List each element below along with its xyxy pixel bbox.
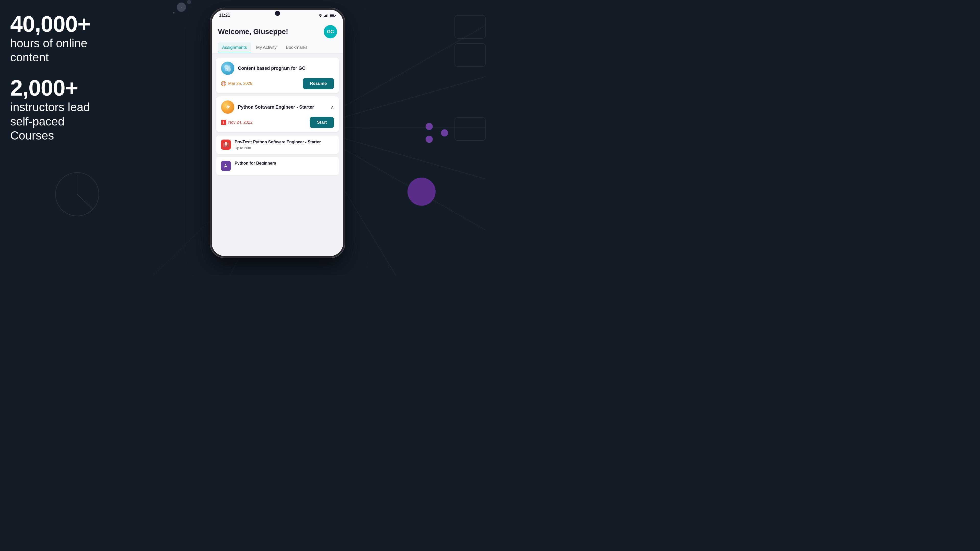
stat1-number: 40,000+ — [10, 13, 153, 35]
svg-point-9 — [181, 7, 182, 8]
phone-screen: 11:21 — [212, 10, 343, 256]
sub-item-pretest: Pre-Test: Python Software Engineer - Sta… — [216, 135, 339, 154]
card1-date: ⏰ Mar 25, 2025 — [221, 81, 252, 86]
app-header: Welcome, Giuseppe! GC — [212, 20, 343, 42]
svg-rect-28 — [335, 15, 336, 16]
card2-date: ! Nov 24, 2022 — [221, 120, 252, 125]
card1-footer: ⏰ Mar 25, 2025 Resume — [221, 78, 334, 89]
sub-item-2-title: Python for Beginners — [234, 161, 276, 166]
camera-notch — [275, 11, 280, 16]
svg-point-8 — [173, 12, 175, 14]
warning-icon: ! — [221, 120, 226, 125]
welcome-greeting: Welcome, Giuseppe! — [218, 28, 288, 36]
avatar-initials: GC — [327, 29, 334, 35]
stat1-desc: hours of onlinecontent — [10, 36, 153, 64]
svg-rect-25 — [327, 14, 328, 17]
svg-point-15 — [426, 136, 433, 143]
battery-icon — [330, 14, 336, 17]
svg-rect-27 — [330, 14, 334, 16]
svg-rect-24 — [326, 14, 327, 17]
tab-assignments[interactable]: Assignments — [218, 42, 251, 53]
assignment-card-2: Python Software Engineer - Starter ∧ ! N… — [216, 96, 339, 132]
svg-rect-20 — [455, 43, 485, 67]
svg-rect-21 — [455, 118, 485, 140]
svg-point-32 — [227, 67, 231, 72]
chevron-up-icon[interactable]: ∧ — [331, 104, 334, 110]
status-icons — [318, 14, 336, 17]
phone-device: 11:21 — [210, 8, 345, 258]
signal-icon — [324, 14, 329, 17]
svg-point-16 — [407, 178, 436, 206]
stat2-desc: instructors leadself-pacedCourses — [10, 100, 153, 143]
stat2-number: 2,000+ — [10, 76, 153, 99]
card2-footer: ! Nov 24, 2022 Start — [221, 117, 334, 128]
assignment-card-1: Content based program for GC ⏰ Mar 25, 2… — [216, 57, 339, 93]
sub-item-2-header: A Python for Beginners — [221, 161, 334, 171]
svg-point-13 — [426, 123, 433, 130]
card2-title: Python Software Engineer - Starter — [238, 105, 327, 110]
svg-rect-19 — [455, 15, 485, 38]
svg-point-18 — [187, 0, 191, 4]
phone-shell: 11:21 — [210, 8, 345, 258]
svg-rect-22 — [324, 16, 325, 17]
sub-item-1-title: Pre-Test: Python Software Engineer - Sta… — [234, 140, 321, 145]
sub-item-1-text: Pre-Test: Python Software Engineer - Sta… — [234, 140, 321, 150]
python-beginners-icon: A — [221, 161, 231, 171]
card1-title: Content based program for GC — [238, 66, 334, 71]
resume-button[interactable]: Resume — [303, 78, 334, 89]
card2-header: Python Software Engineer - Starter ∧ — [221, 100, 334, 114]
sub-item-1-duration: Up to 20m — [234, 146, 321, 150]
svg-rect-23 — [325, 15, 326, 17]
content-area: Content based program for GC ⏰ Mar 25, 2… — [212, 53, 343, 256]
tabs-bar: Assignments My Activity Bookmarks — [212, 42, 343, 53]
sub-item-1-header: Pre-Test: Python Software Engineer - Sta… — [221, 140, 334, 150]
svg-line-12 — [77, 194, 93, 210]
svg-point-17 — [177, 3, 186, 12]
course-icon-blue — [221, 62, 234, 75]
sub-item-2-text: Python for Beginners — [234, 161, 276, 166]
wifi-icon — [318, 14, 323, 17]
user-avatar[interactable]: GC — [324, 25, 337, 38]
start-button[interactable]: Start — [310, 117, 334, 128]
left-panel: 40,000+ hours of onlinecontent 2,000+ in… — [10, 13, 153, 155]
svg-point-14 — [441, 129, 448, 137]
svg-rect-34 — [225, 142, 227, 143]
status-time: 11:21 — [219, 13, 230, 18]
app-screen: 11:21 — [212, 10, 343, 256]
course-icon-orange — [221, 100, 234, 114]
svg-point-10 — [56, 172, 99, 216]
tab-bookmarks[interactable]: Bookmarks — [282, 42, 312, 53]
svg-text:A: A — [224, 164, 227, 168]
sub-item-python-beginners: A Python for Beginners — [216, 156, 339, 175]
clock-icon: ⏰ — [221, 81, 226, 86]
pretest-icon — [221, 140, 231, 150]
tab-my-activity[interactable]: My Activity — [252, 42, 281, 53]
card1-header: Content based program for GC — [221, 62, 334, 75]
